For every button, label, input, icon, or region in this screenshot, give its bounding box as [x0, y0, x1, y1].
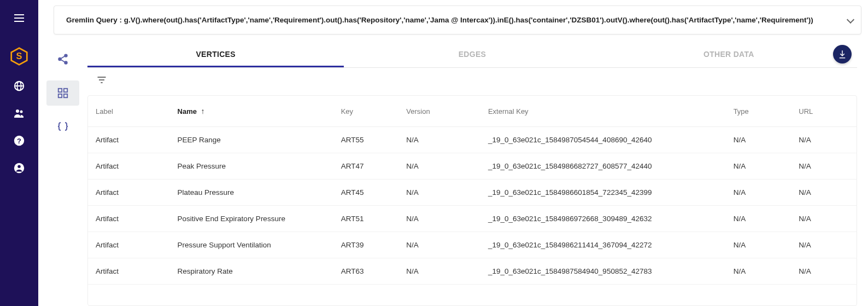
cell-externalKey: _19_0_63e021c_1584987054544_408690_42640: [480, 127, 726, 153]
cell-url: N/A: [791, 153, 857, 180]
svg-rect-17: [64, 89, 67, 92]
cell-version: N/A: [398, 232, 480, 258]
col-external-key[interactable]: External Key: [480, 96, 726, 127]
globe-icon[interactable]: [12, 79, 26, 93]
cell-label: Artifact: [88, 258, 170, 285]
svg-text:S: S: [16, 51, 22, 61]
cell-key: ART51: [333, 206, 399, 232]
results-table: Label Name ↑ Key Version External Key Ty…: [88, 96, 857, 285]
results-panel: VERTICES EDGES OTHER DATA: [87, 41, 868, 306]
tab-other-data[interactable]: OTHER DATA: [601, 41, 857, 67]
cell-type: N/A: [726, 258, 791, 285]
users-icon[interactable]: [12, 106, 26, 120]
cell-name: Pressure Support Ventilation: [170, 232, 333, 258]
cell-key: ART63: [333, 258, 399, 285]
table-row[interactable]: ArtifactPEEP RangeART55N/A_19_0_63e021c_…: [88, 127, 857, 153]
cell-name: Positive End Expiratory Pressure: [170, 206, 333, 232]
app-logo-icon[interactable]: S: [10, 47, 28, 66]
cell-url: N/A: [791, 232, 857, 258]
svg-rect-18: [58, 94, 62, 97]
cell-url: N/A: [791, 206, 857, 232]
cell-label: Artifact: [88, 232, 170, 258]
query-text: Gremlin Query : g.V().where(out().has('A…: [66, 16, 813, 24]
cell-version: N/A: [398, 127, 480, 153]
cell-key: ART55: [333, 127, 399, 153]
svg-point-10: [17, 165, 21, 169]
cell-type: N/A: [726, 127, 791, 153]
cell-externalKey: _19_0_63e021c_1584986972668_309489_42632: [480, 206, 726, 232]
cell-label: Artifact: [88, 127, 170, 153]
filter-row: [87, 68, 868, 88]
cell-version: N/A: [398, 206, 480, 232]
cell-externalKey: _19_0_63e021c_1584986211414_367094_42272: [480, 232, 726, 258]
cell-version: N/A: [398, 258, 480, 285]
cell-externalKey: _19_0_63e021c_1584987584940_950852_42783: [480, 258, 726, 285]
cell-name: Peak Pressure: [170, 153, 333, 180]
svg-line-15: [61, 60, 64, 62]
cell-externalKey: _19_0_63e021c_1584986601854_722345_42399: [480, 180, 726, 206]
svg-rect-19: [64, 94, 67, 97]
query-bar[interactable]: Gremlin Query : g.V().where(out().has('A…: [54, 5, 861, 34]
col-key[interactable]: Key: [333, 96, 399, 127]
download-button[interactable]: [833, 45, 852, 63]
col-label[interactable]: Label: [88, 96, 170, 127]
table-row[interactable]: ArtifactPlateau PressureART45N/A_19_0_63…: [88, 180, 857, 206]
col-version[interactable]: Version: [398, 96, 480, 127]
cell-externalKey: _19_0_63e021c_1584986682727_608577_42440: [480, 153, 726, 180]
sort-arrow-up-icon: ↑: [201, 107, 205, 116]
cell-label: Artifact: [88, 180, 170, 206]
cell-type: N/A: [726, 206, 791, 232]
cell-type: N/A: [726, 232, 791, 258]
graph-view-button[interactable]: [46, 47, 79, 72]
account-icon[interactable]: [12, 161, 26, 175]
cell-label: Artifact: [88, 153, 170, 180]
cell-key: ART39: [333, 232, 399, 258]
main-area: Gremlin Query : g.V().where(out().has('A…: [38, 0, 868, 306]
cell-name: Plateau Pressure: [170, 180, 333, 206]
grid-view-button[interactable]: [46, 80, 79, 106]
svg-rect-16: [58, 89, 62, 92]
table-row[interactable]: ArtifactPositive End Expiratory Pressure…: [88, 206, 857, 232]
cell-type: N/A: [726, 153, 791, 180]
cell-url: N/A: [791, 180, 857, 206]
cell-key: ART47: [333, 153, 399, 180]
cell-version: N/A: [398, 153, 480, 180]
svg-point-5: [16, 109, 19, 113]
view-mode-rail: [38, 41, 87, 306]
cell-url: N/A: [791, 127, 857, 153]
tab-vertices[interactable]: VERTICES: [87, 41, 344, 67]
svg-line-14: [61, 56, 64, 59]
tabs-bar: VERTICES EDGES OTHER DATA: [87, 41, 857, 68]
tab-edges[interactable]: EDGES: [344, 41, 600, 67]
table-row[interactable]: ArtifactRespiratory RateART63N/A_19_0_63…: [88, 258, 857, 285]
table-row[interactable]: ArtifactPressure Support VentilationART3…: [88, 232, 857, 258]
cell-label: Artifact: [88, 206, 170, 232]
cell-url: N/A: [791, 258, 857, 285]
results-table-wrap: Label Name ↑ Key Version External Key Ty…: [87, 95, 857, 306]
cell-name: PEEP Range: [170, 127, 333, 153]
cell-name: Respiratory Rate: [170, 258, 333, 285]
table-row[interactable]: ArtifactPeak PressureART47N/A_19_0_63e02…: [88, 153, 857, 180]
app-sidebar: S ?: [0, 0, 38, 306]
cell-type: N/A: [726, 180, 791, 206]
menu-icon[interactable]: [12, 11, 26, 25]
col-name[interactable]: Name ↑: [170, 96, 333, 127]
cell-version: N/A: [398, 180, 480, 206]
cell-key: ART45: [333, 180, 399, 206]
col-type[interactable]: Type: [726, 96, 791, 127]
svg-point-6: [20, 111, 23, 113]
help-icon[interactable]: ?: [12, 134, 26, 148]
col-url[interactable]: URL: [791, 96, 857, 127]
filter-icon[interactable]: [96, 74, 107, 85]
svg-text:?: ?: [17, 137, 21, 145]
json-view-button[interactable]: [46, 114, 79, 140]
